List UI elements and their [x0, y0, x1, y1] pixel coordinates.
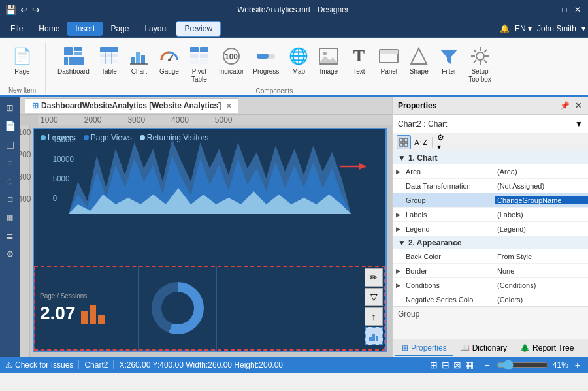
ribbon-btn-pivot-table[interactable]: Pivot Table	[185, 43, 214, 86]
ruler-left: 100200300400	[20, 125, 30, 357]
tab-close-icon[interactable]: ✕	[226, 102, 231, 110]
status-icon-1[interactable]: ⊞	[430, 360, 438, 370]
prop-row-group[interactable]: Group ChangeGroupName	[393, 193, 588, 208]
canvas-tab: ⊞ DashboardWebsiteAnalytics [Website Ana…	[20, 97, 392, 115]
tab-dictionary[interactable]: 📖 Dictionary	[453, 341, 514, 356]
user-label[interactable]: John Smith	[537, 24, 576, 33]
status-icon-4[interactable]: ▦	[465, 360, 474, 370]
canvas-content[interactable]: 10002000300040005000 100200300400 Leaver…	[20, 115, 392, 357]
props-selector[interactable]: Chart2 : Chart ▼	[393, 115, 588, 133]
coords-label: X:260.00 Y:400.00 Width:260.00 Height:20…	[119, 360, 283, 369]
menu-insert[interactable]: Insert	[67, 22, 103, 36]
canvas-tools: ✏ ▽ ↑	[365, 268, 383, 345]
menu-page[interactable]: Page	[103, 22, 137, 36]
sidebar-icon-layers[interactable]: ◫	[1, 136, 18, 153]
sidebar-icon-grid[interactable]: ⊞	[1, 99, 18, 116]
ribbon-btn-map[interactable]: 🌐 Map	[284, 43, 313, 78]
close-button[interactable]: ✕	[572, 5, 583, 15]
ribbon-btn-gauge[interactable]: Gauge	[155, 43, 184, 78]
notification-icon[interactable]: 🔔	[500, 24, 510, 33]
filter-tool-btn[interactable]: ▽	[365, 288, 383, 306]
appearance-section-header[interactable]: ▼ 2. Appearance	[393, 236, 588, 249]
svg-line-37	[474, 50, 476, 52]
props-info: Group	[393, 306, 588, 339]
redo-icon[interactable]: ↪	[32, 5, 40, 15]
menu-home[interactable]: Home	[31, 22, 67, 36]
ribbon-btn-page[interactable]: 📄 Page	[8, 43, 37, 78]
status-icon-2[interactable]: ⊟	[442, 360, 449, 370]
move-up-tool-btn[interactable]: ↑	[365, 307, 383, 326]
svg-rect-10	[131, 57, 135, 64]
ribbon-btn-setup-toolbox[interactable]: Setup Toolbox	[465, 43, 495, 86]
chart-tool-btn[interactable]	[365, 327, 383, 345]
sort-az-btn[interactable]: A↑Z	[414, 135, 428, 149]
status-icon-3[interactable]: ⊠	[453, 360, 461, 370]
legend-expander[interactable]: ▶	[393, 222, 403, 236]
ribbon-btn-image[interactable]: Image	[314, 43, 343, 78]
status-issues[interactable]: ⚠ Check for Issues	[5, 360, 73, 369]
save-icon[interactable]: 💾	[5, 5, 16, 15]
pin-icon[interactable]: 📌	[559, 100, 571, 112]
settings-btn[interactable]: ⚙ ▾	[436, 135, 451, 149]
cond-expander[interactable]: ▶	[393, 278, 403, 292]
setup-toolbox-icon	[470, 46, 491, 67]
grid-view-btn[interactable]	[397, 135, 411, 149]
chart-mini	[139, 266, 217, 351]
ribbon-btn-panel[interactable]: Panel	[374, 43, 403, 78]
svg-marker-30	[411, 48, 427, 64]
prop-row-negative-colors[interactable]: Negative Series Colo (Colors)	[393, 292, 588, 306]
sidebar-icon-table2[interactable]: ▦	[1, 209, 18, 226]
prop-row-back-color[interactable]: Back Color From Style	[393, 249, 588, 264]
zoom-slider[interactable]	[497, 360, 549, 370]
sidebar-icon-gear[interactable]: ⚙	[1, 245, 18, 262]
ribbon-divider-1	[45, 43, 46, 93]
indicator-icon: 100	[221, 46, 242, 67]
zoom-plus-btn[interactable]: +	[572, 360, 583, 370]
prop-row-legend[interactable]: ▶ Legend (Legend)	[393, 222, 588, 236]
maximize-button[interactable]: □	[559, 5, 570, 15]
text-label: Text	[353, 68, 365, 76]
ribbon-btn-text[interactable]: T Text	[344, 43, 373, 78]
svg-rect-19	[200, 54, 208, 58]
ribbon-btn-progress[interactable]: Progress	[249, 43, 283, 78]
user-menu-arrow[interactable]: ▾	[581, 24, 585, 33]
sidebar-icon-grid2[interactable]: ⊡	[1, 191, 18, 208]
tab-properties[interactable]: ⊞ Properties	[395, 341, 453, 356]
menu-file[interactable]: File	[3, 22, 31, 36]
minimize-button[interactable]: ─	[546, 5, 557, 15]
sidebar-icon-page[interactable]: 📄	[1, 117, 18, 134]
edit-tool-btn[interactable]: ✏	[365, 268, 383, 287]
sidebar-icon-circle[interactable]: ◌	[1, 172, 18, 189]
sidebar-icon-list[interactable]: ≡	[1, 154, 18, 171]
tab-report-tree[interactable]: 🌲 Report Tree	[514, 341, 580, 356]
ribbon-btn-table[interactable]: Table	[95, 43, 123, 78]
components-label: Components	[256, 87, 293, 96]
chart-section-header[interactable]: ▼ 1. Chart	[393, 151, 588, 164]
ribbon-btn-shape[interactable]: Shape	[404, 43, 433, 78]
canvas-tab-item[interactable]: ⊞ DashboardWebsiteAnalytics [Website Ana…	[25, 98, 238, 113]
ribbon-btn-filter[interactable]: Filter	[434, 43, 463, 78]
tab-dictionary-icon: 📖	[460, 343, 470, 352]
prop-row-area[interactable]: ▶ Area (Area)	[393, 164, 588, 179]
prop-row-conditions[interactable]: ▶ Conditions (Conditions)	[393, 278, 588, 292]
svg-text:5000: 5000	[53, 174, 70, 183]
menu-layout[interactable]: Layout	[137, 22, 176, 36]
sidebar-icon-lines[interactable]: ≣	[1, 227, 18, 244]
undo-icon[interactable]: ↩	[20, 5, 28, 15]
ribbon-btn-indicator[interactable]: 100 Indicator	[215, 43, 248, 78]
properties-close-icon[interactable]: ✕	[574, 100, 583, 112]
prop-row-border[interactable]: ▶ Border None	[393, 264, 588, 278]
ribbon-btn-dashboard[interactable]: Dashboard	[54, 43, 93, 78]
props-content[interactable]: ▼ 1. Chart ▶ Area (Area) Data Transforma…	[393, 151, 588, 306]
zoom-minus-btn[interactable]: −	[482, 360, 493, 370]
border-expander[interactable]: ▶	[393, 264, 403, 278]
labels-expander[interactable]: ▶	[393, 208, 403, 222]
menu-preview[interactable]: Preview	[176, 21, 221, 37]
prop-row-labels[interactable]: ▶ Labels (Labels)	[393, 208, 588, 222]
area-expander[interactable]: ▶	[393, 164, 403, 179]
ribbon-btn-chart[interactable]: Chart	[125, 43, 154, 78]
prop-row-data-transformation[interactable]: Data Transformation (Not Assigned)	[393, 179, 588, 193]
page-icon: 📄	[12, 46, 33, 67]
dashboard-panel[interactable]: Leavers Page Views Returning Visitors	[33, 128, 387, 352]
language-selector[interactable]: EN ▾	[515, 24, 532, 33]
